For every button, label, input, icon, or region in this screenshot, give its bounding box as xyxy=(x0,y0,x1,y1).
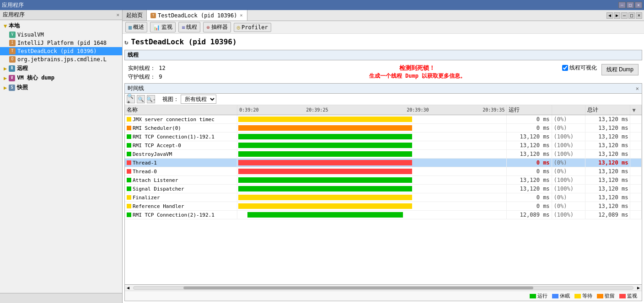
thread-visibility-checkbox[interactable] xyxy=(562,65,568,71)
tab-nav-next[interactable]: ▶ xyxy=(614,12,620,19)
view-select[interactable]: 所有线程 xyxy=(181,95,216,104)
sidebar-header-title: 应用程序 xyxy=(3,11,25,19)
table-row[interactable]: RMI TCP Connection(2)-192.112,089 ms(100… xyxy=(125,211,642,219)
toolbar-threads-btn[interactable]: ≡ 线程 xyxy=(178,22,200,32)
window-close-btn[interactable]: × xyxy=(636,12,642,19)
thread-color-indicator xyxy=(127,160,131,165)
table-row[interactable]: RMI TCP Accept-013,120 ms(100%)13,120 ms xyxy=(125,141,642,150)
thread-name-text: JMX server connection timec xyxy=(133,117,215,122)
vm-icon: V xyxy=(9,75,15,81)
thread-color-indicator xyxy=(127,117,131,122)
view-label: 视图： xyxy=(162,96,179,103)
table-row[interactable]: JMX server connection timec0 ms(0%)13,12… xyxy=(125,115,642,124)
thread-sort-cell xyxy=(630,202,642,211)
toolbar-monitor-btn[interactable]: 📊 监视 xyxy=(150,22,176,32)
close-btn[interactable]: × xyxy=(635,2,642,8)
thread-color-indicator xyxy=(127,186,131,191)
sidebar-item-intellij[interactable]: I IntelliJ Platform (pid 1648 xyxy=(0,39,122,47)
thread-dump-btn[interactable]: 线程 Dump xyxy=(601,64,639,75)
toolbar-sampler-btn[interactable]: ⊕ 抽样器 xyxy=(203,22,231,32)
table-row[interactable]: Signal Dispatcher13,120 ms(100%)13,120 m… xyxy=(125,185,642,193)
window-max-btn[interactable]: □ xyxy=(628,12,635,19)
h-scroll-track[interactable] xyxy=(133,286,633,290)
section-header-label: 线程 xyxy=(128,52,139,58)
h-scrollbar[interactable]: ◀ ▶ xyxy=(125,284,642,291)
thread-bar-cell xyxy=(237,115,507,124)
table-row[interactable]: DestroyJavaVM13,120 ms(100%)13,120 ms xyxy=(125,150,642,159)
thread-sort-cell xyxy=(630,159,642,167)
h-scroll-thumb[interactable] xyxy=(183,287,533,289)
thread-bar-cell xyxy=(237,124,507,133)
table-row[interactable]: Thread-10 ms(0%)13,120 ms xyxy=(125,159,642,167)
maximize-btn[interactable]: □ xyxy=(627,2,634,8)
sidebar-item-local[interactable]: ▼ 本地 xyxy=(0,21,122,31)
tab-close-btn[interactable]: × xyxy=(239,13,243,18)
thread-color-indicator xyxy=(127,195,131,200)
legend-parked: 驻留 xyxy=(597,292,615,299)
thread-bar xyxy=(238,203,412,209)
page-title-text: TestDeadLock (pid 10396) xyxy=(131,37,236,46)
zoom-reset-btn[interactable]: 🔍 xyxy=(137,95,145,103)
folder-icon: ▶ xyxy=(4,75,7,81)
minimize-btn[interactable]: – xyxy=(618,2,626,8)
toolbar-btn-label: 概述 xyxy=(133,23,144,31)
tab-start[interactable]: 起始页 xyxy=(123,10,147,21)
thread-name-text: Signal Dispatcher xyxy=(133,186,184,192)
thread-name-text: Thread-1 xyxy=(133,160,157,166)
toolbar-overview-btn[interactable]: ▦ 概述 xyxy=(125,22,147,32)
legend-sleeping: 休眠 xyxy=(552,292,570,299)
thread-running-cell: 12,089 ms xyxy=(507,211,552,219)
tab-testdeadlock[interactable]: T TestDeadLock (pid 10396) × xyxy=(147,10,247,21)
titlebar-controls: – □ × xyxy=(618,2,642,8)
table-row[interactable]: RMI TCP Connection(1)-192.113,120 ms(100… xyxy=(125,133,642,141)
thread-sort-cell xyxy=(630,167,642,176)
table-row[interactable]: Finalizer0 ms(0%)13,120 ms xyxy=(125,193,642,202)
app-titlebar: 应用程序 – □ × xyxy=(0,0,644,10)
thread-pct-cell: (100%) xyxy=(552,185,585,193)
col-header-sort[interactable]: ▼ xyxy=(630,105,642,115)
legend-sleeping-box xyxy=(552,294,558,298)
thread-pct-cell: (0%) xyxy=(552,115,585,124)
section-header-threads: 线程 xyxy=(124,50,642,60)
thread-bar xyxy=(238,125,412,131)
tab-label: TestDeadLock (pid 10396) xyxy=(158,12,237,19)
legend-monitor: 监视 xyxy=(619,292,637,299)
thread-table-wrap[interactable]: 名称 0:39:20 20:39:25 20:39:30 20:39:35 xyxy=(125,105,642,284)
zoom-in-btn[interactable]: 🔍+ xyxy=(127,95,135,103)
thread-sort-cell xyxy=(630,193,642,202)
thread-name-cell: RMI Scheduler(0) xyxy=(125,124,237,133)
sidebar-item-label: 快照 xyxy=(17,84,28,91)
thread-pct-cell: (0%) xyxy=(552,193,585,202)
thread-name-cell: Finalizer xyxy=(125,193,237,202)
legend-parked-label: 驻留 xyxy=(605,292,615,299)
jvm-icon: O xyxy=(9,56,16,63)
sidebar-item-snapshots[interactable]: ▶ S 快照 xyxy=(0,83,122,92)
folder-icon: ▶ xyxy=(4,65,7,72)
thread-bar xyxy=(238,186,412,191)
sidebar-item-org-jetbrains[interactable]: O org.jetbrains.jps.cmdline.L xyxy=(0,55,122,64)
sidebar-tree: ▼ 本地 V VisualVM I IntelliJ Platform (pid… xyxy=(0,20,122,293)
thread-total-cell: 13,120 ms xyxy=(585,141,630,150)
stats-section: 实时线程： 12 守护线程： 9 检测到死锁！ 生成一个线程 Dump 以获取更… xyxy=(124,62,642,83)
sidebar-item-visualvm[interactable]: V VisualVM xyxy=(0,31,122,39)
sidebar-item-label: TestDeadLock (pid 10396) xyxy=(17,48,97,54)
thread-bar-cell xyxy=(237,133,507,141)
sidebar-item-vm-core[interactable]: ▶ V VM 核心 dump xyxy=(0,73,122,83)
zoom-out-btn[interactable]: 🔍- xyxy=(147,95,155,103)
thread-total-cell: 13,120 ms xyxy=(585,159,630,167)
tab-nav-prev[interactable]: ◀ xyxy=(606,12,613,19)
legend-waiting-label: 等待 xyxy=(582,292,592,299)
table-row[interactable]: RMI Scheduler(0)0 ms(0%)13,120 ms xyxy=(125,124,642,133)
sidebar-item-testdeadlock[interactable]: T TestDeadLock (pid 10396) xyxy=(0,47,122,55)
refresh-icon[interactable]: ↻ xyxy=(124,38,128,46)
window-min-btn[interactable]: – xyxy=(621,12,628,19)
sidebar-item-remote[interactable]: ▶ R 远程 xyxy=(0,64,122,73)
table-row[interactable]: Reference Handler0 ms(0%)13,120 ms xyxy=(125,202,642,211)
thread-bar xyxy=(238,177,412,183)
toolbar-profiler-btn[interactable]: ◎ Profiler xyxy=(234,23,271,32)
col-header-pct xyxy=(552,105,585,115)
table-row[interactable]: Attach Listener13,120 ms(100%)13,120 ms xyxy=(125,176,642,185)
timeline-close-btn[interactable]: × xyxy=(636,85,639,92)
table-row[interactable]: Thread-00 ms(0%)13,120 ms xyxy=(125,167,642,176)
jvm-icon: T xyxy=(9,48,16,54)
